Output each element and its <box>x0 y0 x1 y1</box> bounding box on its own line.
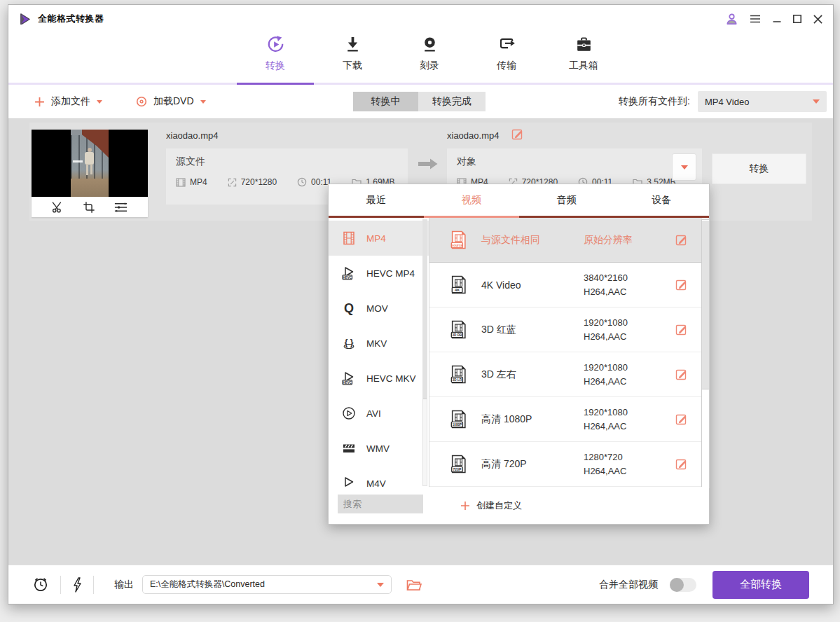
nav-tab-transfer[interactable]: 传输 <box>468 25 545 83</box>
format-item-hevc-mp4[interactable]: HEVC HEVC MP4 <box>329 256 429 291</box>
preset-edit-icon[interactable] <box>675 234 687 246</box>
format-label: HEVC MP4 <box>366 268 415 279</box>
burn-disc-icon <box>420 35 439 54</box>
m4v-play-icon <box>341 476 357 488</box>
film-icon <box>176 178 186 187</box>
popup-tab-recent[interactable]: 最近 <box>329 184 424 216</box>
wmv-clapper-icon <box>342 441 356 455</box>
load-dvd-button[interactable]: 加载DVD <box>136 85 206 118</box>
format-item-m4v[interactable]: M4V <box>329 466 429 488</box>
search-input[interactable] <box>338 495 423 513</box>
popup-tab-video[interactable]: 视频 <box>424 184 519 216</box>
convert-button[interactable]: 转换 <box>712 153 806 184</box>
svg-text:3D LR: 3D LR <box>453 378 462 382</box>
hevc-play-icon: HEVC <box>341 266 357 280</box>
preset-specs: 1280*720 H264,AAC <box>584 450 675 478</box>
preset-name: 与源文件相同 <box>481 234 584 247</box>
svg-text:source: source <box>452 244 463 247</box>
popup-tab-device[interactable]: 设备 <box>614 184 709 216</box>
minimize-icon[interactable] <box>772 14 782 24</box>
convert-all-button[interactable]: 全部转换 <box>712 571 809 599</box>
format-item-hevc-mkv[interactable]: HEVC HEVC MKV <box>329 361 429 396</box>
schedule-alarm-icon[interactable] <box>32 576 49 593</box>
preset-name: 高清 720P <box>481 458 584 471</box>
tab-converted[interactable]: 转换完成 <box>418 92 486 111</box>
crop-icon[interactable] <box>83 201 95 214</box>
tab-converting-label: 转换中 <box>371 95 401 108</box>
preset-row-1080p[interactable]: 1080P 高清 1080P 1920*1080 H264,AAC <box>429 397 702 442</box>
format-item-mkv[interactable]: { } MKV <box>329 326 429 361</box>
video-thumbnail-card <box>32 130 148 217</box>
format-list-scrollbar[interactable] <box>422 219 427 486</box>
format-item-mov[interactable]: Q MOV <box>329 291 429 326</box>
svg-text:720P: 720P <box>453 467 462 471</box>
divider <box>93 576 94 594</box>
download-icon <box>343 35 362 54</box>
preset-row-3d-rb[interactable]: 3D RB 3D 红蓝 1920*1080 H264,AAC <box>429 307 702 352</box>
rename-edit-icon[interactable] <box>511 128 523 140</box>
close-icon[interactable] <box>813 14 823 25</box>
svg-text:HEVC: HEVC <box>343 381 352 385</box>
menu-icon[interactable] <box>749 13 762 25</box>
format-label: MP4 <box>366 233 386 244</box>
app-window: 全能格式转换器 <box>8 4 834 604</box>
preset-file-icon-3d-rb: 3D RB <box>449 320 468 339</box>
file-list-area: xiaodao.mp4 源文件 MP4 720*1280 <box>8 119 833 565</box>
open-folder-icon[interactable] <box>406 579 422 591</box>
hevc-play-icon: HEVC <box>341 371 357 385</box>
toggle-knob <box>670 578 684 592</box>
preset-row-3d-lr[interactable]: 3D LR 3D 左右 1920*1080 H264,AAC <box>429 352 702 397</box>
arrow-right-icon <box>418 158 439 170</box>
format-item-avi[interactable]: AVI <box>329 396 429 431</box>
resolution-icon <box>228 178 237 187</box>
target-title: 对象 <box>457 156 702 168</box>
format-label: MOV <box>366 303 388 314</box>
effects-sliders-icon[interactable] <box>113 201 128 214</box>
popup-tab-audio[interactable]: 音频 <box>519 184 614 216</box>
load-dvd-caret-icon[interactable] <box>200 100 206 104</box>
tab-converting[interactable]: 转换中 <box>353 92 418 111</box>
preset-edit-icon[interactable] <box>675 279 687 291</box>
preset-specs: 3840*2160 H264,AAC <box>584 271 675 299</box>
merge-all-toggle[interactable] <box>670 578 696 592</box>
clock-icon <box>297 177 307 187</box>
output-label: 输出 <box>114 579 134 591</box>
nav-tab-download[interactable]: 下载 <box>314 25 391 83</box>
preset-edit-icon[interactable] <box>675 368 687 380</box>
target-format-dropdown-button[interactable] <box>672 153 696 181</box>
nav-label-burn: 刻录 <box>420 60 439 72</box>
preset-edit-icon[interactable] <box>675 458 687 470</box>
nav-label-convert: 转换 <box>266 60 285 72</box>
popup-tabs: 最近 视频 音频 设备 <box>329 184 709 218</box>
format-item-mp4[interactable]: MP4 <box>329 221 429 256</box>
account-icon[interactable] <box>725 13 738 26</box>
screen: 全能格式转换器 <box>0 0 840 622</box>
preset-row-4k[interactable]: 4K 4K Video 3840*2160 H264,AAC <box>429 263 702 307</box>
create-custom-button[interactable]: 创建自定义 <box>460 487 522 524</box>
nav-tab-convert[interactable]: 转换 <box>237 25 314 83</box>
format-label: HEVC MKV <box>366 373 416 384</box>
format-item-wmv[interactable]: WMV <box>329 431 429 466</box>
nav-tab-burn[interactable]: 刻录 <box>391 25 468 83</box>
mkv-braces-icon: { } <box>341 336 357 350</box>
add-file-caret-icon[interactable] <box>97 100 102 104</box>
svg-text:4K: 4K <box>455 288 460 292</box>
svg-text:HEVC: HEVC <box>343 276 352 279</box>
format-picker-popup: 最近 视频 音频 设备 MP4 <box>328 184 710 525</box>
preset-row-same-as-source[interactable]: source 与源文件相同 原始分辨率 <box>429 218 702 263</box>
trim-scissors-icon[interactable] <box>51 200 64 214</box>
transfer-icon <box>497 35 516 54</box>
preset-edit-icon[interactable] <box>675 413 687 425</box>
output-path-dropdown[interactable]: E:\全能格式转换器\Converted <box>142 575 392 594</box>
add-file-button[interactable]: 添加文件 <box>34 85 102 118</box>
toolbar: 添加文件 加载DVD 转换中 转换完成 转换所有文件到: MP4 Video <box>8 85 833 119</box>
video-thumbnail <box>32 130 148 197</box>
preset-row-720p[interactable]: 720P 高清 720P 1280*720 H264,AAC <box>429 442 702 487</box>
load-dvd-label: 加载DVD <box>153 95 194 108</box>
maximize-icon[interactable] <box>792 14 802 24</box>
preset-edit-icon[interactable] <box>675 324 687 336</box>
preset-list-scrollbar[interactable] <box>701 219 710 488</box>
convert-all-to-dropdown[interactable]: MP4 Video <box>698 91 827 112</box>
high-speed-icon[interactable] <box>71 576 83 593</box>
nav-tab-toolbox[interactable]: 工具箱 <box>545 25 622 83</box>
